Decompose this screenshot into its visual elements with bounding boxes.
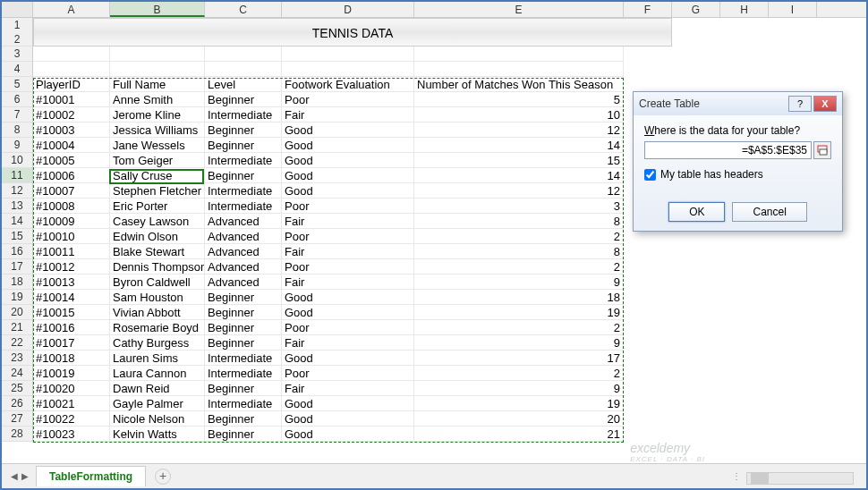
cell-matches[interactable]: 2 — [414, 259, 624, 275]
header-matches[interactable]: Number of Matches Won This Season — [414, 77, 624, 92]
header-playerid[interactable]: PlayerID — [33, 77, 110, 92]
dialog-help-button[interactable]: ? — [788, 96, 812, 112]
cell-matches[interactable]: 2 — [414, 229, 624, 244]
row-header[interactable]: 22 — [2, 335, 33, 351]
cell-level[interactable]: Beginner — [205, 92, 282, 107]
cell-playerid[interactable]: #10011 — [33, 244, 110, 259]
cell-footwork[interactable]: Good — [282, 153, 414, 168]
cell-footwork[interactable]: Fair — [282, 335, 414, 351]
cell-name[interactable]: Jane Wessels — [110, 138, 205, 153]
row-header[interactable]: 23 — [2, 351, 33, 366]
cell-playerid[interactable]: #10004 — [33, 138, 110, 153]
cell-footwork[interactable]: Poor — [282, 259, 414, 275]
cell-playerid[interactable]: #10015 — [33, 305, 110, 320]
cell-matches[interactable]: 19 — [414, 305, 624, 320]
cell-matches[interactable]: 21 — [414, 427, 624, 442]
cell-playerid[interactable]: #10001 — [33, 92, 110, 107]
row-header[interactable]: 26 — [2, 396, 33, 411]
cell-matches[interactable]: 3 — [414, 199, 624, 214]
cell-playerid[interactable]: #10017 — [33, 335, 110, 351]
cell-name[interactable]: Vivian Abbott — [110, 305, 205, 320]
cell-name[interactable]: Eric Porter — [110, 199, 205, 214]
cell-footwork[interactable]: Good — [282, 168, 414, 183]
cell-playerid[interactable]: #10012 — [33, 259, 110, 275]
tab-nav-next-icon[interactable]: ▶ — [21, 471, 29, 481]
cell-level[interactable]: Beginner — [205, 168, 282, 183]
cell-name[interactable]: Rosemarie Boyd — [110, 320, 205, 335]
cell-footwork[interactable]: Poor — [282, 199, 414, 214]
tab-nav-prev-icon[interactable]: ◀ — [11, 471, 18, 481]
title-cell[interactable]: TENNIS DATA — [33, 18, 672, 46]
cell-level[interactable]: Beginner — [205, 290, 282, 305]
cell-playerid[interactable]: #10021 — [33, 396, 110, 411]
cell-level[interactable]: Beginner — [205, 122, 282, 138]
cell-footwork[interactable]: Good — [282, 396, 414, 411]
cell-name[interactable]: Blake Stewart — [110, 244, 205, 259]
cell-name[interactable]: Byron Caldwell — [110, 275, 205, 290]
cell-footwork[interactable]: Fair — [282, 244, 414, 259]
cell-level[interactable]: Intermediate — [205, 396, 282, 411]
col-header-B[interactable]: B — [110, 2, 205, 17]
cell-matches[interactable]: 19 — [414, 396, 624, 411]
sheet-tab[interactable]: TableFormatting — [36, 466, 146, 486]
cell-footwork[interactable]: Good — [282, 411, 414, 427]
row-header[interactable]: 13 — [2, 199, 33, 214]
cell-level[interactable]: Intermediate — [205, 351, 282, 366]
row-header[interactable]: 9 — [2, 138, 33, 153]
range-selector-button[interactable] — [813, 141, 831, 159]
cell-matches[interactable]: 9 — [414, 335, 624, 351]
row-header[interactable]: 5 — [2, 77, 33, 92]
cell-level[interactable]: Intermediate — [205, 199, 282, 214]
range-input[interactable] — [644, 141, 812, 159]
cell-level[interactable]: Beginner — [205, 320, 282, 335]
cell-footwork[interactable]: Fair — [282, 107, 414, 122]
row-header[interactable]: 24 — [2, 366, 33, 381]
col-header-C[interactable]: C — [205, 2, 282, 17]
cell-playerid[interactable]: #10022 — [33, 411, 110, 427]
cell-matches[interactable]: 8 — [414, 214, 624, 229]
cell-footwork[interactable]: Poor — [282, 92, 414, 107]
cell-footwork[interactable]: Poor — [282, 229, 414, 244]
row-header[interactable]: 20 — [2, 305, 33, 320]
cell-playerid[interactable]: #10003 — [33, 122, 110, 138]
cell-level[interactable]: Beginner — [205, 335, 282, 351]
row-header[interactable]: 14 — [2, 214, 33, 229]
cell-name[interactable]: Casey Lawson — [110, 214, 205, 229]
cell-level[interactable]: Advanced — [205, 229, 282, 244]
cell-matches[interactable]: 18 — [414, 290, 624, 305]
cell-name[interactable]: Dennis Thompson — [110, 259, 205, 275]
cell-matches[interactable]: 12 — [414, 183, 624, 199]
row-header[interactable]: 3 — [2, 46, 33, 62]
cell-footwork[interactable]: Good — [282, 290, 414, 305]
row-header[interactable]: 6 — [2, 92, 33, 107]
cell-playerid[interactable]: #10018 — [33, 351, 110, 366]
cell-playerid[interactable]: #10007 — [33, 183, 110, 199]
cell-name[interactable]: Tom Geiger — [110, 153, 205, 168]
cell-level[interactable]: Intermediate — [205, 153, 282, 168]
cell-name[interactable]: Sally Cruse — [110, 168, 205, 183]
cell-footwork[interactable]: Good — [282, 427, 414, 442]
cell-matches[interactable]: 12 — [414, 122, 624, 138]
row-header[interactable]: 25 — [2, 381, 33, 396]
cell-footwork[interactable]: Good — [282, 183, 414, 199]
cell-name[interactable]: Laura Cannon — [110, 366, 205, 381]
header-fullname[interactable]: Full Name — [110, 77, 205, 92]
cell-matches[interactable]: 8 — [414, 244, 624, 259]
cell-matches[interactable]: 10 — [414, 107, 624, 122]
header-level[interactable]: Level — [205, 77, 282, 92]
cell-level[interactable]: Beginner — [205, 381, 282, 396]
cell-playerid[interactable]: #10023 — [33, 427, 110, 442]
cell-footwork[interactable]: Good — [282, 351, 414, 366]
cell-footwork[interactable]: Poor — [282, 320, 414, 335]
cell-playerid[interactable]: #10005 — [33, 153, 110, 168]
cell-name[interactable]: Nicole Nelson — [110, 411, 205, 427]
cell-level[interactable]: Beginner — [205, 305, 282, 320]
col-header-F[interactable]: F — [624, 2, 672, 17]
cell-matches[interactable]: 9 — [414, 381, 624, 396]
header-footwork[interactable]: Footwork Evaluation — [282, 77, 414, 92]
cell-playerid[interactable]: #10013 — [33, 275, 110, 290]
col-header-G[interactable]: G — [672, 2, 720, 17]
cell-name[interactable]: Stephen Fletcher — [110, 183, 205, 199]
row-header[interactable]: 19 — [2, 290, 33, 305]
row-header[interactable]: 12 — [2, 18, 33, 46]
